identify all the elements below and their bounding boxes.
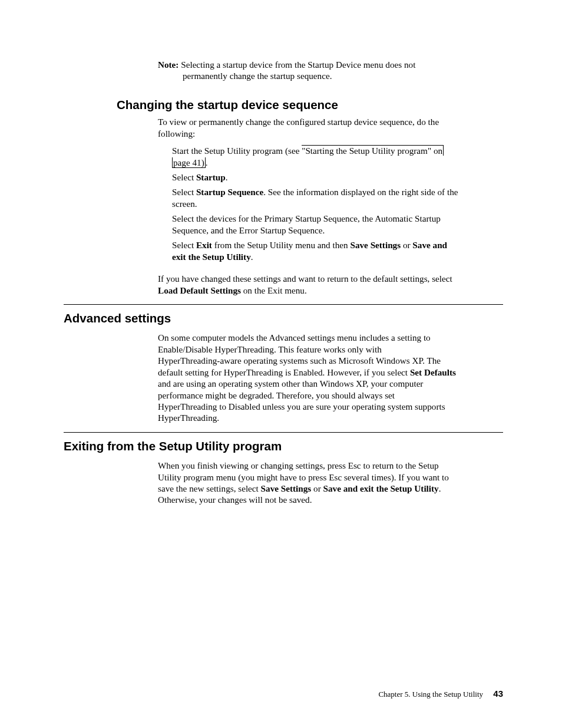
bold-term: Startup [196,172,226,182]
body-text: and are using an operating system other … [158,378,423,388]
note-text-line2: permanently change the startup sequence. [183,70,503,81]
bold-term: Set Defaults [410,367,456,377]
note-label: Note: [158,60,178,70]
step-text: Start the Setup Utility program (see [172,146,302,156]
bold-term: Load Default Settings [158,285,241,295]
bold-term: Save Settings [350,240,401,250]
body-text: or [311,483,323,493]
step-text: Select [172,172,196,182]
body-text: Enable/Disable HyperThreading. This feat… [158,344,382,354]
cross-reference-link[interactable]: "Starting the Setup Utility program" on [302,145,444,156]
list-item: Start the Setup Utility program (see "St… [172,145,503,168]
body-text: Utility program menu (you might have to … [158,472,449,482]
step-text: Select the devices for the Primary Start… [172,213,441,223]
footer-chapter: Chapter 5. Using the Setup Utility [378,690,483,699]
list-item: Select the devices for the Primary Start… [172,213,503,236]
body-text: on the Exit menu. [241,285,307,295]
body-text: On some computer models the Advanced set… [158,332,431,342]
section-body: When you finish viewing or changing sett… [158,460,503,506]
body-text: Otherwise, your changes will not be save… [158,495,312,505]
body-text: HyperThreading. [158,413,219,423]
body-text: HyperThreading to Disabled unless you ar… [158,401,445,411]
body-text: If you have changed these settings and w… [158,274,452,284]
bold-term: Save and [412,240,447,250]
note-text-line1: Selecting a startup device from the Star… [181,60,415,70]
step-text: screen. [172,199,197,209]
bold-term: Startup Sequence [196,187,263,197]
step-text: . [206,157,208,167]
step-text: . See the information displayed on the r… [263,187,458,197]
body-text: When you finish viewing or changing sett… [158,460,439,470]
page: Note: Selecting a startup device from th… [0,0,562,728]
heading-changing-startup: Changing the startup device sequence [117,97,503,113]
section-body: To view or permanently change the config… [158,116,503,139]
body-text: default setting for HyperThreading is En… [158,367,410,377]
ordered-steps: Start the Setup Utility program (see "St… [172,145,503,262]
list-item: Select Exit from the Setup Utility menu … [172,239,503,262]
bold-term: Exit [196,240,212,250]
bold-term: Save and exit the Setup Utility [323,483,439,493]
body-text: performance might be degraded. Therefore… [158,390,395,400]
page-number: 43 [493,689,503,699]
bold-term: exit the Setup Utility [172,252,251,262]
body-text: To view or permanently change the config… [158,117,439,127]
note-block: Note: Selecting a startup device from th… [158,59,503,82]
body-text: . [439,483,441,493]
bold-term: Save Settings [261,483,312,493]
section-body: On some computer models the Advanced set… [158,332,503,424]
step-text: . [226,172,228,182]
body-text: save the new settings, select [158,483,261,493]
list-item: Select Startup Sequence. See the informa… [172,186,503,209]
section-divider [64,432,503,433]
step-text: or [401,240,412,250]
step-text: from the Setup Utility menu and then [212,240,351,250]
cross-reference-link[interactable]: page 41) [172,157,206,168]
step-text: . [251,252,253,262]
heading-advanced-settings: Advanced settings [64,311,503,326]
section-divider [64,304,503,305]
step-text: Select [172,187,196,197]
body-text: HyperThreading-aware operating systems s… [158,355,441,365]
page-footer: Chapter 5. Using the Setup Utility 43 [378,688,503,700]
heading-exiting-setup: Exiting from the Setup Utility program [64,439,503,454]
body-text: following: [158,129,195,139]
step-text: Sequence, and the Error Startup Sequence… [172,225,325,235]
section-body: If you have changed these settings and w… [158,273,503,296]
list-item: Select Startup. [172,172,503,183]
step-text: Select [172,240,196,250]
